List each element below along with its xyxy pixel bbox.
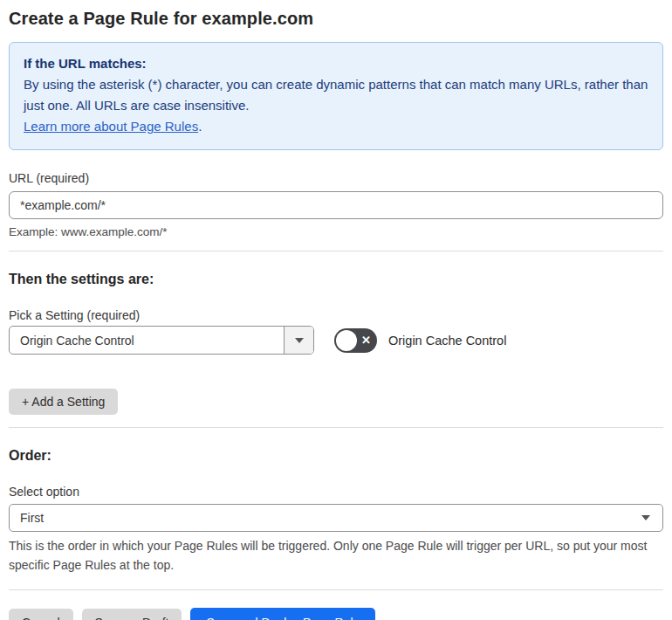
setting-select-value: Origin Cache Control [10, 327, 284, 354]
setting-select[interactable]: Origin Cache Control [9, 326, 314, 355]
link-suffix: . [198, 119, 202, 134]
caret-down-icon [295, 338, 304, 343]
url-input[interactable] [9, 191, 663, 219]
divider [9, 251, 663, 251]
setting-row: Origin Cache Control ✕ Origin Cache Cont… [9, 326, 663, 355]
save-as-draft-button[interactable]: Save as Draft [82, 609, 182, 620]
divider [9, 589, 663, 590]
pick-setting-label: Pick a Setting (required) [9, 308, 663, 322]
info-box-link-line: Learn more about Page Rules. [24, 116, 648, 137]
footer-actions: Cancel Save as Draft Save and Deploy Pag… [9, 608, 663, 620]
order-select[interactable]: First [9, 504, 663, 532]
toggle-off-x-icon: ✕ [361, 334, 371, 346]
page-title: Create a Page Rule for example.com [9, 9, 663, 29]
divider [9, 427, 663, 428]
order-select-value: First [10, 505, 641, 531]
cancel-button[interactable]: Cancel [9, 609, 73, 620]
url-matches-info-box: If the URL matches: By using the asteris… [9, 42, 663, 150]
order-help-text: This is the order in which your Page Rul… [9, 537, 659, 575]
setting-select-caret-button[interactable] [284, 327, 313, 354]
save-and-deploy-button[interactable]: Save and Deploy Page Rule [190, 608, 375, 620]
caret-down-icon [641, 515, 650, 520]
info-box-body: By using the asterisk (*) character, you… [24, 74, 648, 116]
toggle-knob [336, 330, 357, 351]
url-label: URL (required) [9, 171, 663, 185]
add-setting-button[interactable]: + Add a Setting [9, 389, 118, 415]
info-box-heading: If the URL matches: [24, 53, 648, 74]
order-section-heading: Order: [9, 448, 663, 464]
order-select-caret-area [641, 505, 662, 531]
learn-more-link[interactable]: Learn more about Page Rules [24, 119, 198, 134]
settings-section-heading: Then the settings are: [9, 272, 663, 287]
origin-cache-control-toggle[interactable]: ✕ [334, 328, 377, 353]
select-option-label: Select option [9, 485, 663, 499]
url-example-text: Example: www.example.com/* [9, 225, 663, 238]
toggle-label: Origin Cache Control [388, 334, 506, 348]
